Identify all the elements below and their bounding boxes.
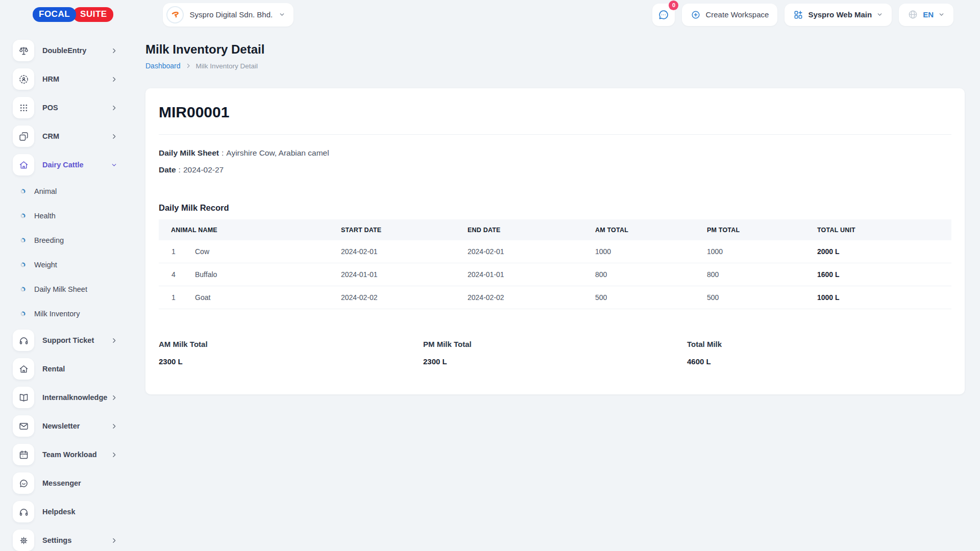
- team-icon: [13, 68, 34, 90]
- chevron-right-icon: [185, 63, 191, 69]
- sidebar-item-hrm[interactable]: HRM: [13, 65, 117, 93]
- pm-milk-total-label: PM Milk Total: [423, 340, 687, 348]
- total-milk-label: Total Milk: [687, 340, 951, 348]
- cell-end-date: 2024-02-02: [455, 293, 582, 302]
- sidebar-subitem-daily-milk-sheet[interactable]: Daily Milk Sheet: [13, 277, 117, 302]
- cell-end-date: 2024-02-01: [455, 247, 582, 256]
- sidebar-item-label: Helpdesk: [42, 508, 117, 516]
- column-header-am-total: AM TOTAL: [582, 227, 694, 234]
- app-selector[interactable]: Syspro Web Main: [785, 4, 892, 26]
- am-milk-total-label: AM Milk Total: [159, 340, 423, 348]
- logo-focal: FOCAL: [33, 7, 76, 22]
- chevron-right-icon: [111, 537, 117, 544]
- bullet-icon: [20, 213, 26, 218]
- date-value: 2024-02-27: [183, 165, 224, 174]
- sidebar-subitem-label: Health: [34, 212, 56, 220]
- chevron-right-icon: [111, 394, 117, 401]
- daily-milk-record-table: ANIMAL NAME START DATE END DATE AM TOTAL…: [159, 219, 951, 309]
- top-header: FOCAL SUITE Syspro Digital Sdn. Bhd. 0: [0, 0, 980, 29]
- cell-count: 1: [159, 247, 182, 256]
- table-row: 4 Buffalo 2024-01-01 2024-01-01 800 800 …: [159, 263, 951, 286]
- cell-start-date: 2024-01-01: [328, 270, 455, 279]
- sidebar-subitem-breeding[interactable]: Breeding: [13, 228, 117, 253]
- breadcrumb-dashboard-link[interactable]: Dashboard: [145, 62, 181, 70]
- am-milk-total: AM Milk Total 2300 L: [159, 340, 423, 366]
- sidebar-item-pos[interactable]: POS: [13, 93, 117, 122]
- messages-button[interactable]: 0: [652, 4, 675, 26]
- mail-icon: [13, 415, 34, 437]
- sidebar-item-label: Support Ticket: [42, 336, 111, 344]
- sidebar-item-newsletter[interactable]: Newsletter: [13, 412, 117, 440]
- header-actions: 0 Create Workspace Syspro Web Main: [652, 4, 953, 26]
- milk-inventory-detail-card: MIR00001 Daily Milk Sheet:Ayirshire Cow,…: [145, 88, 965, 394]
- bullet-icon: [20, 189, 26, 194]
- sidebar-item-dairy-cattle[interactable]: Dairy Cattle: [13, 151, 117, 179]
- chevron-right-icon: [111, 105, 117, 111]
- headset-icon: [13, 330, 34, 351]
- totals-summary: AM Milk Total 2300 L PM Milk Total 2300 …: [159, 340, 951, 366]
- cell-am-total: 500: [582, 293, 694, 302]
- sidebar-subitem-label: Breeding: [34, 236, 64, 244]
- chevron-right-icon: [111, 452, 117, 458]
- page-title: Milk Inventory Detail: [145, 42, 965, 57]
- chevron-right-icon: [111, 76, 117, 83]
- sidebar-item-settings[interactable]: Settings: [13, 526, 117, 551]
- sidebar-subitem-health[interactable]: Health: [13, 204, 117, 228]
- chevron-down-icon: [876, 11, 883, 18]
- logo-suite: SUITE: [73, 7, 113, 22]
- record-code: MIR00001: [159, 104, 951, 121]
- workspace-name: Syspro Digital Sdn. Bhd.: [190, 10, 273, 19]
- cell-am-total: 1000: [582, 247, 694, 256]
- daily-milk-record-title: Daily Milk Record: [159, 203, 951, 213]
- separator: :: [222, 148, 224, 157]
- sidebar-subitem-label: Milk Inventory: [34, 310, 80, 318]
- sidebar-item-support-ticket[interactable]: Support Ticket: [13, 326, 117, 355]
- cell-count: 4: [159, 270, 182, 279]
- cell-start-date: 2024-02-01: [328, 247, 455, 256]
- sidebar-item-doubleentry[interactable]: DoubleEntry: [13, 36, 117, 65]
- table-header-row: ANIMAL NAME START DATE END DATE AM TOTAL…: [159, 219, 951, 240]
- am-milk-total-value: 2300 L: [159, 357, 423, 366]
- plus-circle-icon: [691, 10, 701, 20]
- language-selector[interactable]: EN: [899, 4, 953, 26]
- daily-milk-sheet-value: Ayirshire Cow, Arabian camel: [226, 148, 329, 157]
- sidebar-subitem-milk-inventory[interactable]: Milk Inventory: [13, 302, 117, 326]
- sidebar-item-messenger[interactable]: Messenger: [13, 469, 117, 497]
- cell-total-unit: 2000 L: [804, 247, 951, 256]
- sidebar-subitem-weight[interactable]: Weight: [13, 253, 117, 277]
- cell-animal-name: Goat: [182, 293, 328, 302]
- cell-animal-name: Cow: [182, 247, 328, 256]
- sidebar-subitem-animal[interactable]: Animal: [13, 179, 117, 204]
- globe-icon: [908, 9, 918, 20]
- sidebar-item-label: Team Workload: [42, 450, 111, 459]
- column-header-animal-name: ANIMAL NAME: [159, 227, 328, 234]
- sidebar-item-helpdesk[interactable]: Helpdesk: [13, 497, 117, 526]
- table-row: 1 Goat 2024-02-02 2024-02-02 500 500 100…: [159, 286, 951, 309]
- sidebar-item-crm[interactable]: CRM: [13, 122, 117, 151]
- bullet-icon: [20, 238, 26, 243]
- chevron-right-icon: [111, 423, 117, 430]
- chevron-down-icon: [938, 11, 945, 18]
- cell-end-date: 2024-01-01: [455, 270, 582, 279]
- cell-pm-total: 1000: [694, 247, 804, 256]
- cell-pm-total: 800: [694, 270, 804, 279]
- workspace-selector[interactable]: Syspro Digital Sdn. Bhd.: [163, 3, 294, 27]
- separator: :: [179, 165, 181, 174]
- sidebar-subitem-label: Daily Milk Sheet: [34, 285, 87, 293]
- sidebar-item-rental[interactable]: Rental: [13, 355, 117, 383]
- calendar-icon: [13, 444, 34, 465]
- sidebar-subitem-label: Weight: [34, 261, 57, 269]
- create-workspace-button[interactable]: Create Workspace: [682, 4, 777, 26]
- main-content: Milk Inventory Detail Dashboard Milk Inv…: [128, 29, 980, 551]
- chat-bubble-icon: [13, 472, 34, 494]
- sidebar-item-internalknowledge[interactable]: Internalknowledge: [13, 383, 117, 412]
- chevron-right-icon: [111, 337, 117, 344]
- sidebar-item-label: Messenger: [42, 479, 117, 487]
- home-icon: [13, 358, 34, 380]
- sidebar-item-team-workload[interactable]: Team Workload: [13, 440, 117, 469]
- date-label: Date: [159, 165, 176, 174]
- column-header-start-date: START DATE: [328, 227, 455, 234]
- daily-milk-sheet-line: Daily Milk Sheet:Ayirshire Cow, Arabian …: [159, 148, 951, 158]
- daily-milk-sheet-label: Daily Milk Sheet: [159, 148, 219, 157]
- sidebar-subitem-label: Animal: [34, 187, 57, 195]
